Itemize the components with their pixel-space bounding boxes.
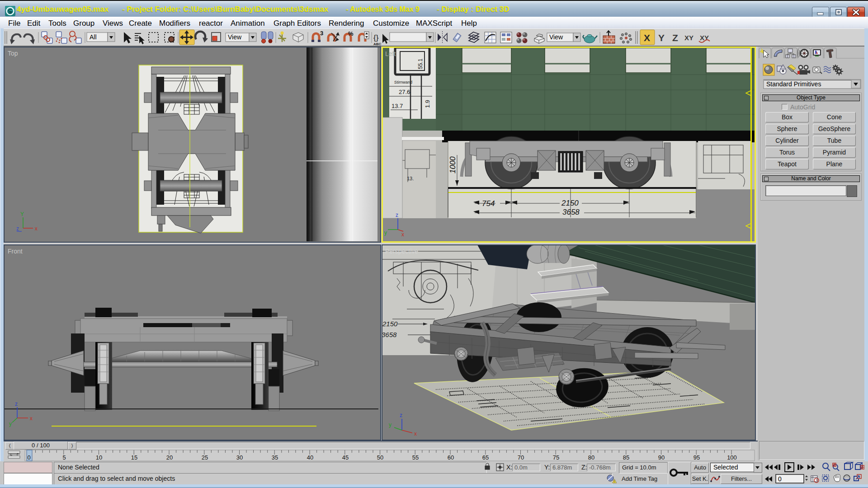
svg-text:!: !: [614, 479, 615, 483]
svg-text:X: X: [644, 33, 650, 43]
svg-text:y: y: [384, 230, 387, 236]
svg-text:2150: 2150: [561, 199, 579, 207]
svg-text:1.9: 1.9: [424, 100, 431, 108]
svg-text:Left: Left: [385, 50, 396, 57]
svg-text:x: x: [35, 225, 38, 232]
svg-text:55.1: 55.1: [417, 58, 424, 69]
svg-text:2150: 2150: [382, 320, 398, 328]
svg-text:X:: X:: [506, 464, 512, 471]
svg-text:15: 15: [131, 454, 137, 461]
svg-text:95: 95: [693, 454, 700, 461]
svg-text:z: z: [15, 401, 18, 407]
svg-text:y: y: [9, 421, 12, 427]
svg-text:Y: Y: [658, 33, 665, 43]
svg-text:35: 35: [272, 454, 278, 461]
svg-text:All: All: [90, 33, 97, 41]
svg-text:Y:: Y:: [544, 464, 550, 471]
svg-text:View: View: [228, 33, 242, 41]
svg-text:z: z: [400, 412, 402, 418]
svg-text:25: 25: [202, 454, 208, 461]
svg-text:{}: {}: [373, 33, 379, 42]
svg-text:Perspective: Perspective: [385, 248, 418, 255]
svg-text:3658: 3658: [562, 208, 580, 216]
svg-text:70: 70: [518, 454, 524, 461]
svg-text:3658: 3658: [382, 331, 397, 338]
svg-text:0: 0: [27, 454, 30, 461]
svg-text:13.: 13.: [407, 176, 414, 181]
svg-text:90: 90: [658, 454, 665, 461]
svg-text:10: 10: [96, 454, 102, 461]
svg-text:Stirnwand: Stirnwand: [394, 80, 412, 84]
svg-text:y: y: [389, 422, 392, 428]
svg-text:75: 75: [553, 454, 559, 461]
svg-text:ABC: ABC: [373, 42, 382, 46]
svg-text:65: 65: [482, 454, 489, 461]
svg-text:80: 80: [588, 454, 594, 461]
svg-text:45: 45: [342, 454, 349, 461]
svg-text:View: View: [549, 33, 563, 41]
svg-text:40: 40: [307, 454, 313, 461]
svg-text:Z: Z: [672, 33, 678, 43]
svg-text:%: %: [348, 30, 354, 37]
svg-text:20: 20: [166, 454, 173, 461]
svg-text:50: 50: [377, 454, 383, 461]
svg-text:754: 754: [482, 199, 495, 208]
svg-text:60: 60: [448, 454, 454, 461]
svg-text:100: 100: [727, 454, 737, 461]
svg-text:5: 5: [62, 454, 66, 461]
svg-text:13.7: 13.7: [392, 103, 403, 109]
svg-text:x: x: [401, 231, 404, 238]
svg-text:Z:: Z:: [581, 464, 587, 471]
svg-text:27.6: 27.6: [399, 89, 410, 95]
svg-text:Front: Front: [8, 248, 23, 255]
svg-text:XY: XY: [684, 34, 693, 42]
svg-text:z: z: [396, 212, 398, 218]
svg-text:0: 0: [778, 475, 782, 483]
svg-text:3: 3: [320, 30, 323, 37]
svg-text:Y: Y: [20, 211, 24, 217]
svg-text:30: 30: [236, 454, 243, 461]
svg-text:55: 55: [412, 454, 419, 461]
svg-text:x: x: [414, 431, 417, 437]
svg-text:z: z: [16, 225, 19, 232]
svg-text:1000: 1000: [448, 156, 457, 174]
svg-text:XY: XY: [700, 34, 709, 42]
svg-text:Standard Primitives: Standard Primitives: [766, 80, 821, 88]
svg-text:Top: Top: [8, 50, 18, 57]
svg-text:85: 85: [623, 454, 629, 461]
svg-text:x: x: [30, 415, 33, 422]
